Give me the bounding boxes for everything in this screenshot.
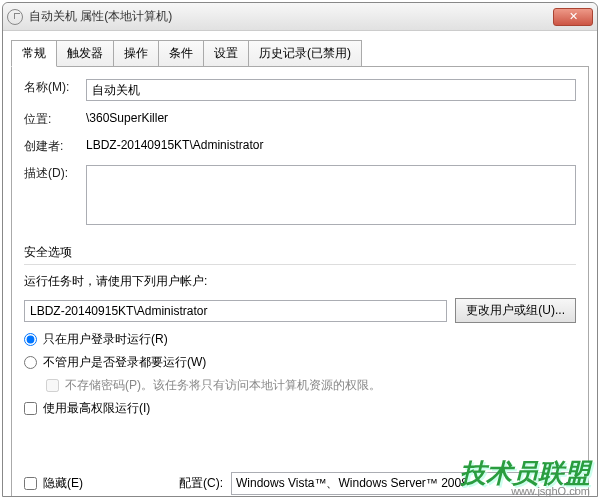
- security-title: 安全选项: [24, 244, 576, 265]
- config-label: 配置(C):: [179, 475, 223, 492]
- change-user-button[interactable]: 更改用户或组(U)...: [455, 298, 576, 323]
- creator-value: LBDZ-20140915KT\Administrator: [86, 138, 576, 152]
- app-icon: [7, 9, 23, 25]
- name-label: 名称(M):: [24, 79, 86, 96]
- location-label: 位置:: [24, 111, 86, 128]
- radio-any[interactable]: [24, 356, 37, 369]
- tab-actions[interactable]: 操作: [114, 40, 159, 67]
- close-button[interactable]: ✕: [553, 8, 593, 26]
- nostore-label: 不存储密码(P)。该任务将只有访问本地计算机资源的权限。: [65, 377, 381, 394]
- tab-history[interactable]: 历史记录(已禁用): [249, 40, 362, 67]
- properties-window: 自动关机 属性(本地计算机) ✕ 常规 触发器 操作 条件 设置 历史记录(已禁…: [2, 2, 598, 497]
- config-select[interactable]: Windows Vista™、Windows Server™ 2008 ▾: [231, 472, 576, 495]
- titlebar: 自动关机 属性(本地计算机) ✕: [3, 3, 597, 31]
- runas-label: 运行任务时，请使用下列用户帐户:: [24, 273, 576, 290]
- radio-logged-row[interactable]: 只在用户登录时运行(R): [24, 331, 576, 348]
- radio-logged-label: 只在用户登录时运行(R): [43, 331, 168, 348]
- chevron-down-icon: ▾: [566, 478, 571, 489]
- window-title: 自动关机 属性(本地计算机): [29, 8, 553, 25]
- nostore-checkbox: [46, 379, 59, 392]
- highest-checkbox[interactable]: [24, 402, 37, 415]
- user-input[interactable]: [24, 300, 447, 322]
- desc-label: 描述(D):: [24, 165, 86, 182]
- creator-label: 创建者:: [24, 138, 86, 155]
- radio-any-row[interactable]: 不管用户是否登录都要运行(W): [24, 354, 576, 371]
- highest-label: 使用最高权限运行(I): [43, 400, 150, 417]
- general-panel: 名称(M): 位置: \360SuperKiller 创建者: LBDZ-201…: [11, 66, 589, 497]
- tab-conditions[interactable]: 条件: [159, 40, 204, 67]
- desc-input[interactable]: [86, 165, 576, 225]
- nostore-row: 不存储密码(P)。该任务将只有访问本地计算机资源的权限。: [46, 377, 576, 394]
- tab-settings[interactable]: 设置: [204, 40, 249, 67]
- tab-general[interactable]: 常规: [11, 40, 57, 67]
- tab-triggers[interactable]: 触发器: [57, 40, 114, 67]
- hidden-checkbox[interactable]: [24, 477, 37, 490]
- location-value: \360SuperKiller: [86, 111, 576, 125]
- tabs: 常规 触发器 操作 条件 设置 历史记录(已禁用): [11, 39, 589, 66]
- hidden-label: 隐藏(E): [43, 475, 83, 492]
- name-input[interactable]: [86, 79, 576, 101]
- highest-row[interactable]: 使用最高权限运行(I): [24, 400, 576, 417]
- radio-any-label: 不管用户是否登录都要运行(W): [43, 354, 206, 371]
- hidden-row[interactable]: 隐藏(E): [24, 475, 83, 492]
- radio-logged[interactable]: [24, 333, 37, 346]
- config-value: Windows Vista™、Windows Server™ 2008: [236, 475, 468, 492]
